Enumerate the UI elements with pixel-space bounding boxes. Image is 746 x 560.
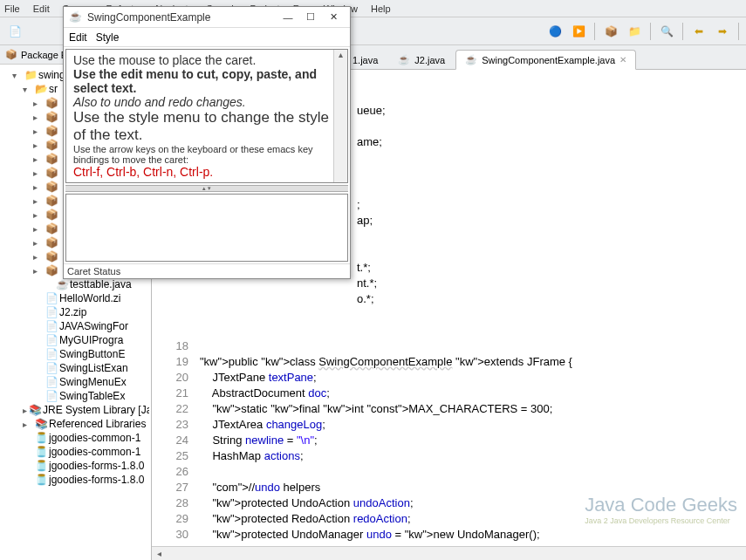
close-icon[interactable]: ✕: [619, 55, 626, 65]
tree-item-label: jgoodies-common-1: [49, 432, 140, 444]
pkg-icon: 📦: [45, 250, 58, 263]
jar-icon: 🫙: [35, 432, 47, 444]
tree-item[interactable]: 📄SwingMenuEx: [2, 375, 149, 389]
close-button[interactable]: ✕: [322, 10, 345, 25]
tree-item-label: MyGUIProgra: [59, 334, 123, 346]
expand-icon[interactable]: ▸: [33, 99, 44, 108]
swing-status-bar: Caret Status: [64, 263, 350, 278]
textpane-line-small: Use the arrow keys on the keyboard or th…: [73, 144, 340, 165]
tab-label: 1.java: [352, 55, 378, 65]
swing-textpane[interactable]: ▴ Use the mouse to place the caret. Use …: [65, 49, 348, 183]
tree-item[interactable]: 📄J2.zip: [2, 305, 149, 319]
tree-item[interactable]: 📄SwingButtonE: [2, 347, 149, 361]
expand-icon[interactable]: ▸: [33, 113, 44, 122]
toolbar-btn[interactable]: 📦: [600, 21, 621, 42]
textpane-line-italic: Also to undo and redo changes.: [73, 95, 340, 109]
textpane-line: Use the mouse to place the caret.: [73, 53, 340, 67]
nav-fwd-icon[interactable]: ➡: [712, 21, 733, 42]
expand-icon[interactable]: ▸: [33, 224, 44, 234]
expand-icon[interactable]: ▾: [23, 85, 33, 94]
tree-item-label: testtable.java: [70, 278, 132, 290]
swing-changelog-area[interactable]: [65, 194, 348, 262]
menu-file[interactable]: File: [4, 3, 20, 14]
tree-item[interactable]: 📄MyGUIProgra: [2, 333, 149, 347]
tree-item[interactable]: 🫙jgoodies-forms-1.8.0: [2, 459, 149, 473]
pkg-icon: 📦: [45, 208, 58, 221]
file-icon: 📄: [45, 320, 58, 332]
expand-icon[interactable]: ▸: [33, 238, 44, 248]
expand-icon[interactable]: ▸: [23, 406, 27, 415]
file-icon: 📄: [45, 390, 58, 402]
swing-menu-edit[interactable]: Edit: [69, 31, 87, 44]
pkg-icon: 📦: [45, 139, 58, 151]
textpane-line-red: Ctrl-f, Ctrl-b, Ctrl-n, Ctrl-p.: [73, 165, 340, 179]
tree-item[interactable]: ▸📚Referenced Libraries: [2, 417, 149, 431]
j-warn-icon: ☕: [56, 278, 68, 290]
pkg-icon: 📦: [45, 222, 58, 235]
expand-icon[interactable]: ▸: [33, 182, 44, 192]
tree-item-label: Referenced Libraries: [49, 418, 146, 430]
swing-app-window[interactable]: ☕ SwingComponentExample — ☐ ✕ Edit Style…: [63, 6, 351, 279]
new-button[interactable]: 📄: [4, 21, 25, 42]
minimize-button[interactable]: —: [277, 10, 299, 25]
tree-item-label: SwingTableEx: [59, 390, 125, 402]
file-icon: 📄: [45, 376, 58, 388]
tree-item[interactable]: ☕testtable.java: [2, 277, 149, 291]
tree-item-label: SwingMenuEx: [59, 376, 127, 388]
tab-label: J2.java: [414, 55, 445, 65]
swing-menu-style[interactable]: Style: [96, 31, 120, 44]
expand-icon[interactable]: ▸: [33, 140, 44, 150]
pkg-icon: 📦: [45, 195, 58, 207]
tree-item[interactable]: 🫙jgoodies-forms-1.8.0: [2, 473, 149, 487]
tree-item[interactable]: 📄SwingTableEx: [2, 389, 149, 403]
menu-help[interactable]: Help: [371, 3, 391, 14]
tree-item-label: SwingButtonE: [59, 348, 125, 360]
expand-icon[interactable]: ▸: [33, 126, 44, 136]
swing-titlebar[interactable]: ☕ SwingComponentExample — ☐ ✕: [64, 7, 350, 28]
file-icon: 📄: [45, 334, 58, 346]
toolbar-btn[interactable]: 🔍: [656, 21, 677, 42]
file-icon: 📄: [45, 292, 58, 304]
package-icon: 📦: [5, 49, 17, 60]
toolbar-run-icon[interactable]: ▶️: [568, 21, 589, 42]
expand-icon[interactable]: ▸: [33, 168, 44, 178]
pkg-icon: 📦: [45, 125, 58, 137]
tree-item[interactable]: 🫙jgoodies-common-1: [2, 445, 149, 459]
expand-icon[interactable]: ▾: [12, 71, 23, 80]
file-icon: 📄: [45, 348, 58, 360]
tree-item[interactable]: 📄HelloWorld.zi: [2, 291, 149, 305]
pkg-icon: 📦: [45, 181, 58, 193]
jar-icon: 🫙: [35, 460, 47, 472]
tree-item[interactable]: 📄SwingListExan: [2, 361, 149, 375]
toolbar-btn[interactable]: 📁: [624, 21, 645, 42]
java-file-icon: ☕: [465, 54, 477, 65]
horizontal-scrollbar[interactable]: ◂: [152, 546, 746, 560]
tree-item[interactable]: 📄JAVASwingFor: [2, 319, 149, 333]
expand-icon[interactable]: ▸: [33, 210, 44, 220]
java-file-icon: ☕: [398, 54, 410, 65]
file-icon: 📄: [45, 306, 58, 318]
tree-item-label: J2.zip: [59, 306, 86, 318]
java-app-icon: ☕: [69, 10, 83, 24]
pkg-icon: 📦: [45, 111, 58, 123]
tab-label: SwingComponentExample.java: [482, 55, 615, 65]
toolbar-run-icon[interactable]: 🔵: [544, 21, 565, 42]
scrollbar[interactable]: ▴: [333, 50, 347, 182]
tree-item-label: jgoodies-common-1: [49, 446, 140, 458]
expand-icon[interactable]: ▸: [33, 154, 44, 164]
maximize-button[interactable]: ☐: [299, 10, 322, 25]
pkg-icon: 📦: [45, 264, 58, 277]
tree-item[interactable]: ▸📚JRE System Library [Ja: [2, 403, 149, 417]
editor-tab-active[interactable]: ☕ SwingComponentExample.java ✕: [455, 50, 636, 70]
expand-icon[interactable]: ▸: [23, 420, 33, 429]
menu-edit[interactable]: Edit: [33, 3, 50, 14]
swing-window-title: SwingComponentExample: [87, 11, 277, 24]
editor-tab[interactable]: ☕ J2.java: [388, 50, 455, 69]
expand-icon[interactable]: ▸: [33, 252, 44, 262]
tree-item-label: swing: [38, 69, 65, 81]
nav-back-icon[interactable]: ⬅: [688, 21, 709, 42]
tree-item[interactable]: 🫙jgoodies-common-1: [2, 431, 149, 445]
split-divider[interactable]: ▴ ▾: [65, 185, 348, 192]
expand-icon[interactable]: ▸: [33, 196, 44, 206]
expand-icon[interactable]: ▸: [33, 266, 44, 276]
